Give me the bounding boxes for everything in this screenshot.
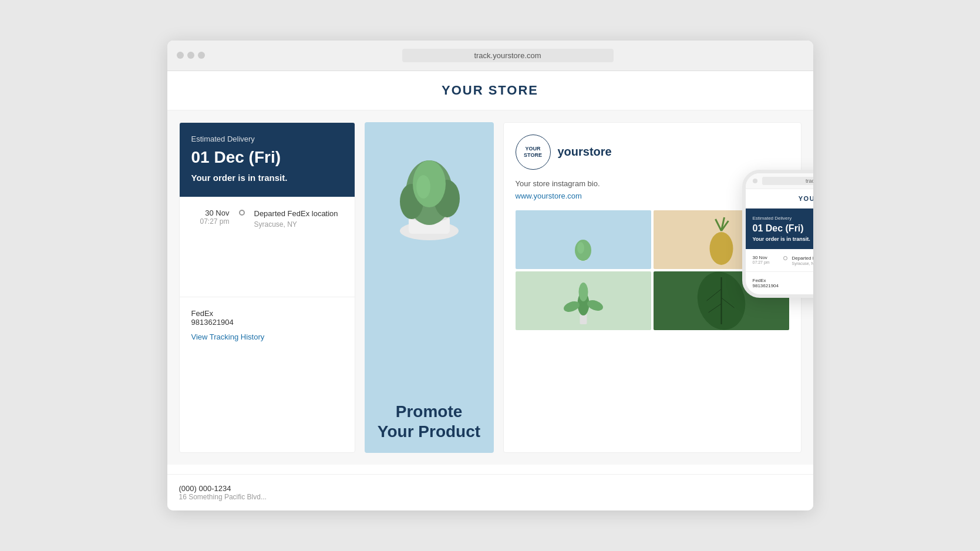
phone-estimated-label: Estimated Delivery: [753, 216, 813, 221]
main-content: Estimated Delivery 01 Dec (Fri) Your ord…: [167, 110, 813, 465]
phone-delivery-date: 01 Dec (Fri): [753, 223, 813, 234]
delivery-date: 01 Dec (Fri): [191, 148, 343, 167]
phone-carrier: FedEx: [753, 278, 813, 283]
phone-tracking-num: 9813621904: [753, 283, 813, 288]
browser-chrome: track.yourstore.com: [167, 41, 813, 71]
browser-dot-green: [198, 52, 205, 59]
event-date-time: 30 Nov 07:27 pm: [191, 209, 230, 229]
phone-event-dot: [783, 256, 787, 260]
browser-dots: [177, 52, 205, 59]
site-title: YOUR STORE: [179, 83, 801, 98]
phone-circle: [753, 179, 757, 183]
address-bar[interactable]: track.yourstore.com: [402, 49, 614, 62]
gallery-plant-1: [571, 228, 595, 263]
svg-point-11: [709, 232, 733, 265]
phone-tracking-body: 30 Nov 07:27 pm Departed FedEx location …: [746, 249, 813, 272]
browser-window: track.yourstore.com YOUR STORE Estimated…: [167, 41, 813, 510]
event-divider: [239, 209, 245, 229]
phone-transit-status: Your order is in transit.: [753, 236, 813, 242]
event-dot: [239, 210, 245, 216]
estimated-label: Estimated Delivery: [191, 135, 343, 143]
browser-dot-yellow: [187, 52, 194, 59]
store-profile: YOUR STORE yourstore: [516, 135, 789, 170]
phone-event-time: 07:27 pm: [753, 260, 779, 264]
phone-mockup: track.yourstore.com YOUR STORE Estimated…: [742, 170, 813, 298]
phone-tracking-header: Estimated Delivery 01 Dec (Fri) Your ord…: [746, 209, 813, 249]
store-logo-text: YOUR STORE: [524, 146, 542, 159]
footer-address: 16 Something Pacific Blvd...: [179, 493, 801, 501]
svg-point-10: [577, 242, 584, 254]
transit-status: Your order is in transit.: [191, 173, 343, 183]
phone-site-title: YOUR STORE: [752, 195, 813, 202]
tracking-body: 30 Nov 07:27 pm Departed FedEx location …: [180, 197, 355, 250]
promo-text-block: Promote Your Product: [378, 261, 480, 441]
footer-phone: (000) 000-1234: [179, 484, 801, 493]
event-details: Departed FedEx location Syracuse, NY: [254, 209, 343, 229]
tracking-event: 30 Nov 07:27 pm Departed FedEx location …: [191, 209, 343, 229]
event-location: Syracuse, NY: [254, 220, 343, 229]
event-date: 30 Nov: [191, 209, 230, 217]
phone-event-info: Departed FedEx location Syracuse, NY: [792, 255, 813, 266]
phone-event-location: Syracuse, NY: [792, 261, 813, 266]
phone-site-header: YOUR STORE: [746, 189, 813, 209]
store-url[interactable]: www.yourstore.com: [516, 191, 582, 200]
store-logo: YOUR STORE: [516, 135, 551, 170]
phone-footer: FedEx 9813621904: [746, 272, 813, 294]
event-time: 07:27 pm: [191, 217, 230, 226]
phone-event-description: Departed FedEx location: [792, 255, 813, 261]
svg-point-19: [578, 283, 588, 301]
tracking-panel: Estimated Delivery 01 Dec (Fri) Your ord…: [179, 122, 355, 453]
gallery-tall-plant: [516, 271, 651, 330]
promo-title: Promote Your Product: [378, 402, 480, 441]
site-header: YOUR STORE: [167, 71, 813, 110]
phone-address-bar: track.yourstore.com: [762, 177, 813, 185]
phone-top-bar: track.yourstore.com: [746, 173, 813, 189]
gallery-item-3: [516, 271, 651, 330]
event-description: Departed FedEx location: [254, 209, 343, 219]
store-name: yourstore: [558, 145, 612, 159]
phone-event: 30 Nov 07:27 pm Departed FedEx location …: [753, 255, 813, 266]
tracking-header: Estimated Delivery 01 Dec (Fri) Your ord…: [180, 123, 355, 197]
browser-dot-red: [177, 52, 184, 59]
svg-line-12: [715, 219, 721, 231]
tracking-footer: FedEx 9813621904 View Tracking History: [180, 297, 355, 354]
view-history-link[interactable]: View Tracking History: [191, 332, 265, 341]
carrier-name: FedEx: [191, 309, 343, 318]
bottom-bar: (000) 000-1234 16 Something Pacific Blvd…: [167, 474, 813, 510]
phone-event-date: 30 Nov: [753, 255, 779, 260]
gallery-item-1: [516, 210, 651, 269]
phone-event-date-time: 30 Nov 07:27 pm: [753, 255, 779, 266]
store-panel: YOUR STORE yourstore Your store instagra…: [503, 122, 801, 453]
plant-illustration: [376, 134, 482, 251]
promo-panel: Promote Your Product: [365, 122, 494, 453]
svg-point-7: [416, 175, 430, 199]
tracking-number: 9813621904: [191, 318, 343, 327]
